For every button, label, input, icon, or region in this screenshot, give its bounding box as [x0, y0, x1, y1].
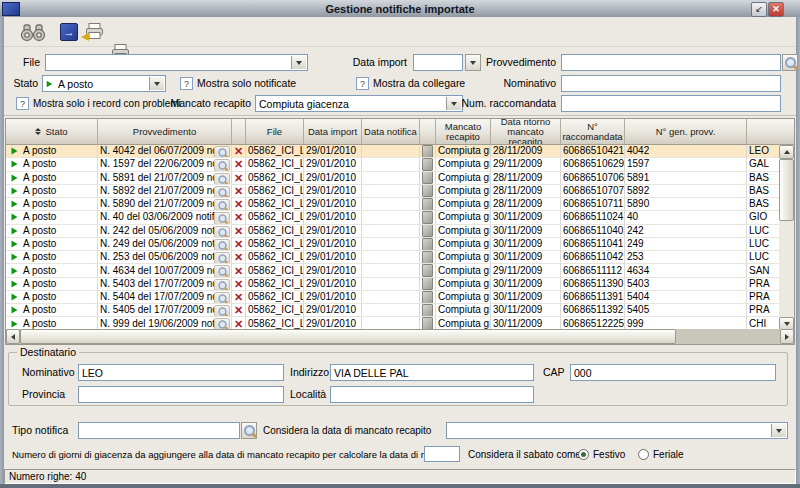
row-lookup-button[interactable]: [214, 212, 230, 223]
column-header-data-ritorno[interactable]: Data ritorno mancato recapito: [491, 119, 561, 145]
dest-localita-input[interactable]: [330, 386, 534, 403]
dest-cap-input[interactable]: [570, 364, 776, 381]
attachment-icon[interactable]: [422, 264, 433, 276]
column-header-data-import[interactable]: Data import: [304, 119, 362, 145]
table-row[interactable]: A posto N. 40 del 03/06/2009 notif 05862…: [6, 211, 779, 224]
chevron-down-icon[interactable]: [149, 77, 164, 90]
attachment-icon[interactable]: [422, 198, 433, 210]
horizontal-scroll-thumb[interactable]: [20, 329, 676, 344]
mostra-problemi-checkbox[interactable]: [16, 97, 29, 110]
table-row[interactable]: A posto N. 5891 del 21/07/2009 nc 05862_…: [6, 172, 779, 185]
restore-icon[interactable]: ↙: [751, 2, 767, 17]
row-lookup-button[interactable]: [214, 239, 230, 250]
chevron-down-icon[interactable]: [446, 97, 461, 110]
attachment-icon[interactable]: [422, 158, 433, 170]
stato-combobox[interactable]: A posto: [42, 75, 166, 92]
table-row[interactable]: A posto N. 253 del 05/06/2009 not 05862_…: [6, 251, 779, 264]
table-row[interactable]: A posto N. 5892 del 21/07/2009 nc 05862_…: [6, 185, 779, 198]
print-import-icon[interactable]: [84, 21, 106, 42]
column-header-n-gen-provv[interactable]: N° gen. provv.: [625, 119, 747, 145]
attachment-icon[interactable]: [422, 291, 433, 303]
delete-icon[interactable]: [234, 158, 243, 170]
row-lookup-button[interactable]: [214, 292, 230, 303]
delete-icon[interactable]: [234, 185, 243, 197]
giorni-giacenza-input[interactable]: [424, 446, 460, 462]
column-header-provvedimento[interactable]: Provvedimento: [98, 119, 232, 145]
close-icon[interactable]: ✕: [768, 2, 784, 17]
column-header-attachment[interactable]: [420, 119, 436, 145]
attachment-icon[interactable]: [422, 238, 433, 250]
attachment-icon[interactable]: [422, 211, 433, 223]
attachment-icon[interactable]: [422, 251, 433, 263]
data-import-field[interactable]: [413, 54, 463, 71]
mancato-recapito-combobox[interactable]: Compiuta giacenza: [255, 95, 463, 112]
chevron-down-icon[interactable]: [291, 56, 306, 69]
attachment-icon[interactable]: [422, 304, 433, 316]
row-lookup-button[interactable]: [214, 186, 230, 197]
vertical-scroll-thumb[interactable]: [779, 159, 794, 221]
column-header-file[interactable]: File: [246, 119, 304, 145]
delete-icon[interactable]: [234, 251, 243, 263]
table-row[interactable]: A posto N. 1597 del 22/06/2009 nc 05862_…: [6, 158, 779, 171]
attachment-icon[interactable]: [422, 185, 433, 197]
delete-icon[interactable]: [234, 278, 243, 290]
tipo-notifica-input[interactable]: [78, 422, 240, 439]
delete-icon[interactable]: [234, 198, 243, 210]
table-row[interactable]: A posto N. 4042 del 06/07/2009 nc 05862_…: [6, 145, 779, 158]
feriale-radio[interactable]: [638, 449, 649, 460]
delete-icon[interactable]: [234, 265, 243, 277]
attachment-icon[interactable]: [422, 145, 433, 157]
table-row[interactable]: A posto N. 5405 del 17/07/2009 nc 05862_…: [6, 304, 779, 317]
dest-indirizzo-input[interactable]: [330, 364, 534, 381]
delete-icon[interactable]: [234, 211, 243, 223]
delete-icon[interactable]: [234, 318, 243, 330]
attachment-icon[interactable]: [422, 172, 433, 184]
delete-icon[interactable]: [234, 172, 243, 184]
row-lookup-button[interactable]: [214, 265, 230, 276]
provvedimento-lookup-button[interactable]: [782, 54, 798, 71]
column-header-mancato-recapito[interactable]: Mancato recapito: [436, 119, 491, 145]
mostra-solo-notificate-checkbox[interactable]: [180, 77, 193, 90]
column-header-extra[interactable]: [747, 119, 794, 145]
column-header-n-raccomandata[interactable]: N° raccomandata: [561, 119, 625, 145]
provvedimento-input[interactable]: [561, 54, 781, 71]
row-lookup-button[interactable]: [214, 173, 230, 184]
row-lookup-button[interactable]: [214, 226, 230, 237]
table-row[interactable]: A posto N. 249 del 05/06/2009 not 05862_…: [6, 238, 779, 251]
dest-nominativo-input[interactable]: [78, 364, 284, 381]
column-header-data-notifica[interactable]: Data notifica: [362, 119, 420, 145]
file-combobox[interactable]: [45, 54, 308, 71]
navigate-arrow-icon[interactable]: →: [60, 23, 78, 41]
horizontal-scrollbar[interactable]: [6, 329, 794, 344]
attachment-icon[interactable]: [422, 317, 433, 329]
row-lookup-button[interactable]: [214, 279, 230, 290]
attachment-icon[interactable]: [422, 225, 433, 237]
column-header-delete[interactable]: [232, 119, 246, 145]
vertical-scrollbar[interactable]: [779, 145, 794, 331]
table-row[interactable]: A posto N. 4634 del 10/07/2009 nc 05862_…: [6, 264, 779, 277]
delete-icon[interactable]: [234, 304, 243, 316]
table-row[interactable]: A posto N. 5890 del 21/07/2009 nc 05862_…: [6, 198, 779, 211]
table-row[interactable]: A posto N. 5403 del 17/07/2009 nc 05862_…: [6, 278, 779, 291]
delete-icon[interactable]: [234, 238, 243, 250]
row-lookup-button[interactable]: [214, 146, 230, 157]
dest-provincia-input[interactable]: [78, 386, 284, 403]
chevron-down-icon[interactable]: [771, 424, 786, 437]
delete-icon[interactable]: [234, 145, 243, 157]
row-lookup-button[interactable]: [214, 252, 230, 263]
delete-icon[interactable]: [234, 225, 243, 237]
row-lookup-button[interactable]: [214, 199, 230, 210]
scroll-up-icon[interactable]: [779, 145, 794, 159]
festivo-radio[interactable]: [578, 449, 589, 460]
row-lookup-button[interactable]: [214, 305, 230, 316]
tipo-notifica-lookup-button[interactable]: [241, 422, 257, 439]
scroll-right-icon[interactable]: [780, 329, 794, 344]
row-lookup-button[interactable]: [214, 159, 230, 170]
nominativo-filter-input[interactable]: [561, 75, 781, 92]
considera-data-combobox[interactable]: [446, 422, 788, 439]
mostra-da-collegare-checkbox[interactable]: [356, 77, 369, 90]
delete-icon[interactable]: [234, 291, 243, 303]
scroll-left-icon[interactable]: [6, 329, 20, 344]
column-header-stato[interactable]: Stato: [6, 119, 98, 145]
attachment-icon[interactable]: [422, 278, 433, 290]
